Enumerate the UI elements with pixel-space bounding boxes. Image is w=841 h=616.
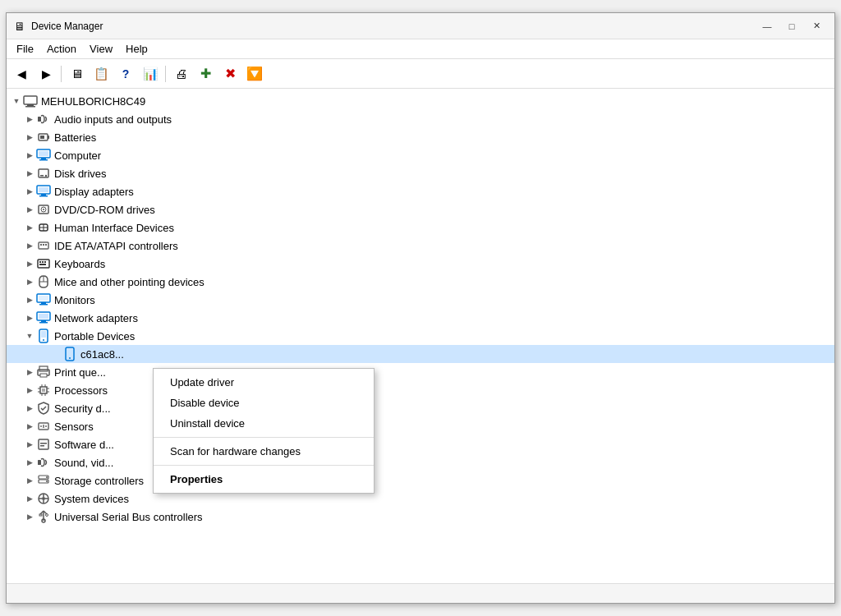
sound-label: Sound, vid... xyxy=(54,457,113,469)
tree-item-print[interactable]: ▶ Print que... xyxy=(7,363,834,381)
menu-file[interactable]: File xyxy=(10,41,40,57)
keyboard-label: Keyboards xyxy=(54,258,105,270)
mice-expander[interactable]: ▶ xyxy=(23,275,36,288)
sound-expander[interactable]: ▶ xyxy=(23,456,36,469)
svg-rect-0 xyxy=(24,96,37,104)
ide-expander[interactable]: ▶ xyxy=(23,239,36,252)
app-icon: 🖥 xyxy=(13,20,26,33)
tree-item-hid[interactable]: ▶ Human Interface Devices xyxy=(7,218,834,237)
tree-item-disk[interactable]: ▶ Disk drives xyxy=(7,164,834,182)
svg-rect-83 xyxy=(39,514,42,516)
svg-point-72 xyxy=(46,476,48,478)
window-title: Device Manager xyxy=(31,21,756,32)
menu-view[interactable]: View xyxy=(83,41,119,57)
sound-icon xyxy=(36,455,51,470)
system-expander[interactable]: ▶ xyxy=(23,492,36,505)
software-icon xyxy=(36,437,51,452)
ide-label: IDE ATA/ATAPI controllers xyxy=(54,240,178,252)
computer-button[interactable]: 🖥 xyxy=(65,63,88,85)
portable-icon xyxy=(36,329,51,343)
minimize-button[interactable]: — xyxy=(756,18,779,34)
tree-item-monitors[interactable]: ▶ Monitors xyxy=(7,291,834,309)
device-tree[interactable]: ▼ MEHULBORICH8C49 ▶ xyxy=(7,89,834,583)
tree-item-mice[interactable]: ▶ Mice and other pointing devices xyxy=(7,273,834,291)
tree-item-system[interactable]: ▶ System devices xyxy=(7,490,834,508)
tree-item-dvd[interactable]: ▶ DVD/CD-ROM drives xyxy=(7,200,834,218)
dvd-expander[interactable]: ▶ xyxy=(23,203,36,216)
close-button[interactable]: ✕ xyxy=(805,18,828,34)
svg-rect-36 xyxy=(39,296,48,301)
software-expander[interactable]: ▶ xyxy=(23,438,36,451)
scan-button[interactable]: 📊 xyxy=(139,63,162,85)
tree-item-sound[interactable]: ▶ Sound, vid... xyxy=(7,453,834,471)
usb-expander[interactable]: ▶ xyxy=(23,510,36,523)
portable-expander[interactable]: ▼ xyxy=(23,329,36,342)
processors-label: Processors xyxy=(54,384,108,397)
context-menu: Update driver Disable device Uninstall d… xyxy=(153,368,375,494)
tree-item-batteries[interactable]: ▶ Batteries xyxy=(7,128,834,146)
display-expander[interactable]: ▶ xyxy=(23,185,36,198)
dvd-icon xyxy=(36,202,51,217)
svg-rect-16 xyxy=(41,194,46,195)
software-label: Software d... xyxy=(54,439,114,451)
batteries-expander[interactable]: ▶ xyxy=(23,131,36,144)
forward-button[interactable]: ▶ xyxy=(34,63,57,85)
add-button[interactable]: ✚ xyxy=(194,63,217,85)
tree-item-keyboard[interactable]: ▶ Keyboards xyxy=(7,255,834,273)
tree-item-computer[interactable]: ▶ Computer xyxy=(7,146,834,164)
batteries-label: Batteries xyxy=(54,131,96,144)
tree-item-software[interactable]: ▶ Software d... xyxy=(7,435,834,453)
storage-expander[interactable]: ▶ xyxy=(23,474,36,487)
svg-rect-44 xyxy=(41,331,46,338)
c61ac8-label: c61ac8... xyxy=(80,348,124,361)
tree-item-sensors[interactable]: ▶ Sensors xyxy=(7,417,834,435)
usb-icon xyxy=(36,509,51,524)
network-expander[interactable]: ▶ xyxy=(23,311,36,324)
remove-button[interactable]: ✖ xyxy=(218,63,241,85)
tree-item-portable[interactable]: ▼ Portable Devices xyxy=(7,327,834,345)
tree-item-c61ac8[interactable]: ▶ c61ac8... xyxy=(7,345,834,363)
tree-root[interactable]: ▼ MEHULBORICH8C49 xyxy=(7,92,834,110)
tree-item-ide[interactable]: ▶ IDE ATA/ATAPI controllers xyxy=(7,237,834,255)
svg-point-45 xyxy=(43,339,44,341)
batteries-icon xyxy=(36,130,51,145)
hid-expander[interactable]: ▶ xyxy=(23,221,36,234)
tree-item-security[interactable]: ▶ Security d... xyxy=(7,399,834,417)
computer-expander[interactable]: ▶ xyxy=(23,149,36,162)
tree-item-storage[interactable]: ▶ Storage controllers xyxy=(7,471,834,490)
keyboard-expander[interactable]: ▶ xyxy=(23,257,36,270)
menu-help[interactable]: Help xyxy=(119,41,154,57)
monitors-expander[interactable]: ▶ xyxy=(23,293,36,306)
ctx-disable-device[interactable]: Disable device xyxy=(154,393,374,413)
security-expander[interactable]: ▶ xyxy=(23,402,36,415)
print-expander[interactable]: ▶ xyxy=(23,365,36,379)
disk-expander[interactable]: ▶ xyxy=(23,167,36,180)
help-button[interactable]: ? xyxy=(114,63,137,85)
ctx-properties[interactable]: Properties xyxy=(154,469,374,490)
menu-action[interactable]: Action xyxy=(40,41,83,57)
svg-rect-68 xyxy=(40,445,44,447)
audio-expander[interactable]: ▶ xyxy=(23,113,36,126)
print-button[interactable]: 🖨 xyxy=(169,63,192,85)
computer-icon xyxy=(36,148,51,163)
tree-item-processors[interactable]: ▶ Processors xyxy=(7,381,834,399)
ctx-update-driver[interactable]: Update driver xyxy=(154,372,374,393)
root-expander[interactable]: ▼ xyxy=(10,94,23,108)
svg-rect-15 xyxy=(39,187,48,192)
content-area: ▼ MEHULBORICH8C49 ▶ xyxy=(7,89,834,583)
tree-item-audio[interactable]: ▶ Audio inputs and outputs xyxy=(7,110,834,128)
tree-item-usb[interactable]: ▶ Universal Serial Bus controllers xyxy=(7,508,834,526)
dvd-label: DVD/CD-ROM drives xyxy=(54,204,155,216)
audio-icon xyxy=(36,112,51,126)
properties-button[interactable]: 📋 xyxy=(90,63,113,85)
maximize-button[interactable]: □ xyxy=(780,18,803,34)
sensors-expander[interactable]: ▶ xyxy=(23,420,36,433)
processors-expander[interactable]: ▶ xyxy=(23,384,36,397)
back-button[interactable]: ◀ xyxy=(10,63,33,85)
ctx-scan-hardware[interactable]: Scan for hardware changes xyxy=(154,441,374,462)
update-button[interactable]: 🔽 xyxy=(243,63,266,85)
computer-label: Computer xyxy=(54,149,101,162)
tree-item-display[interactable]: ▶ Display adapters xyxy=(7,182,834,200)
ctx-uninstall-device[interactable]: Uninstall device xyxy=(154,413,374,434)
tree-item-network[interactable]: ▶ Network adapters xyxy=(7,309,834,327)
